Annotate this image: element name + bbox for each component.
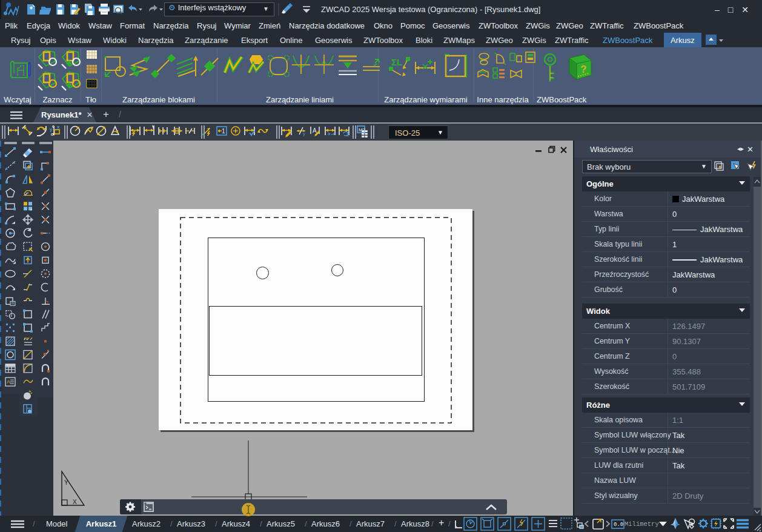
- svg-text:1: 1: [222, 128, 225, 135]
- svg-text:x: x: [57, 125, 60, 130]
- svg-text:X: X: [73, 499, 77, 505]
- svg-text:y: y: [303, 131, 305, 136]
- svg-text:Milimetry: Milimetry: [625, 520, 659, 528]
- svg-text:A: A: [7, 379, 10, 385]
- svg-text:A: A: [313, 127, 317, 134]
- svg-text:ΣL: ΣL: [391, 57, 402, 67]
- svg-text:Y: Y: [64, 479, 68, 486]
- svg-text:a: a: [328, 131, 331, 136]
- svg-text:y: y: [50, 127, 53, 132]
- svg-text:2: 2: [346, 132, 350, 138]
- svg-text:0.0: 0.0: [614, 522, 623, 528]
- svg-text:?: ?: [580, 64, 586, 75]
